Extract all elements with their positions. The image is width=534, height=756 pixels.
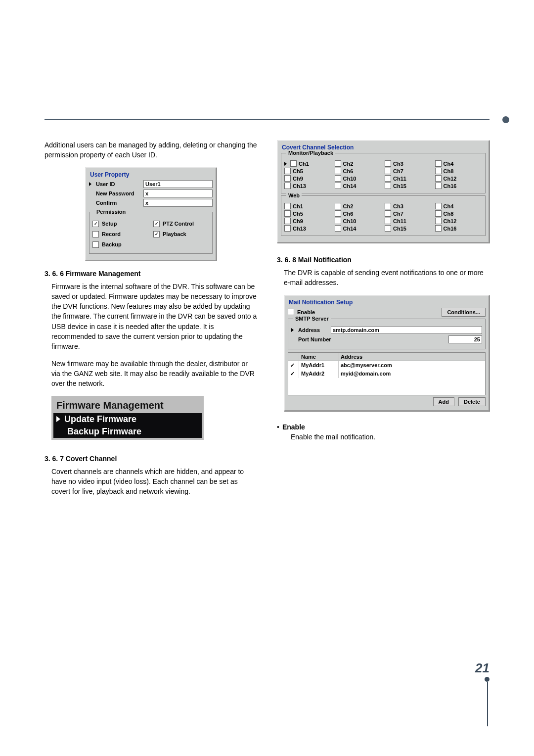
label-confirm: Confirm bbox=[96, 200, 140, 206]
lbl-ch: Ch15 bbox=[393, 226, 406, 232]
header-dot-icon bbox=[502, 116, 509, 123]
firmware-panel-title: Firmware Management bbox=[53, 398, 202, 413]
label-new-password: New Password bbox=[96, 190, 140, 196]
col-address: Address bbox=[339, 353, 485, 361]
cell-address: myid@domain.com bbox=[339, 370, 485, 378]
chk-playback[interactable] bbox=[153, 231, 160, 237]
lbl-ch: Ch5 bbox=[293, 211, 303, 217]
chk-mp-ch15[interactable] bbox=[385, 183, 391, 189]
chk-mp-ch7[interactable] bbox=[385, 168, 391, 174]
user-property-panel: User Property User ID User1 New Password… bbox=[85, 167, 217, 261]
menu-update-firmware[interactable]: Update Firmware bbox=[53, 413, 202, 425]
lbl-ch: Ch12 bbox=[444, 218, 457, 224]
lbl-ch: Ch11 bbox=[393, 176, 406, 182]
chk-ptz[interactable] bbox=[153, 221, 160, 227]
chk-mp-ch2[interactable] bbox=[335, 160, 341, 167]
label-address: Address bbox=[298, 327, 328, 333]
chk-web-ch9[interactable] bbox=[284, 218, 291, 224]
chk-web-ch7[interactable] bbox=[385, 210, 391, 217]
delete-button[interactable]: Delete bbox=[458, 397, 486, 406]
lbl-ch: Ch14 bbox=[343, 183, 356, 189]
chk-mp-ch16[interactable] bbox=[435, 183, 442, 189]
chk-web-ch13[interactable] bbox=[284, 225, 291, 232]
lbl-ch: Ch13 bbox=[293, 226, 306, 232]
lbl-ch: Ch16 bbox=[444, 226, 457, 232]
lbl-ch: Ch8 bbox=[444, 211, 454, 217]
input-confirm[interactable]: x bbox=[143, 199, 213, 207]
footer-line-icon bbox=[487, 682, 488, 726]
lbl-ch: Ch1 bbox=[299, 161, 309, 167]
lbl-ch: Ch11 bbox=[393, 218, 406, 224]
chk-record[interactable] bbox=[92, 231, 99, 237]
chk-web-ch5[interactable] bbox=[284, 210, 291, 217]
chk-mp-ch9[interactable] bbox=[284, 175, 291, 182]
input-port[interactable]: 25 bbox=[448, 335, 482, 343]
col-blank bbox=[288, 353, 299, 361]
label-user-id: User ID bbox=[96, 181, 140, 187]
chk-web-ch8[interactable] bbox=[435, 210, 442, 217]
chk-web-ch3[interactable] bbox=[385, 203, 391, 209]
chk-mp-ch13[interactable] bbox=[284, 183, 291, 189]
chk-backup[interactable] bbox=[92, 241, 99, 248]
chk-web-ch15[interactable] bbox=[385, 225, 391, 232]
mail-panel: Mail Notification Setup Enable Condition… bbox=[284, 295, 490, 411]
chk-web-ch14[interactable] bbox=[335, 225, 341, 232]
lbl-ch: Ch10 bbox=[343, 218, 356, 224]
col-name: Name bbox=[299, 353, 339, 361]
conditions-button[interactable]: Conditions... bbox=[442, 308, 486, 317]
chk-mp-ch1[interactable] bbox=[290, 160, 297, 167]
chk-web-ch11[interactable] bbox=[385, 218, 391, 224]
chk-web-ch1[interactable] bbox=[284, 203, 291, 209]
chk-web-ch10[interactable] bbox=[335, 218, 341, 224]
lbl-ch: Ch6 bbox=[343, 168, 354, 174]
firmware-panel: Firmware Management Update Firmware Back… bbox=[51, 396, 204, 440]
covert-paragraph: Covert channels are channels which are h… bbox=[51, 467, 257, 497]
chk-web-ch16[interactable] bbox=[435, 225, 442, 232]
chk-mp-ch14[interactable] bbox=[335, 183, 341, 189]
enable-paragraph: Enable the mail notification. bbox=[291, 432, 490, 442]
lbl-ch: Ch14 bbox=[343, 226, 356, 232]
mail-paragraph: The DVR is capable of sending event noti… bbox=[284, 268, 490, 288]
cell-name: MyAddr2 bbox=[299, 370, 339, 378]
lbl-ch: Ch7 bbox=[393, 168, 403, 174]
cell-check: ✓ bbox=[288, 370, 299, 378]
input-new-password[interactable]: x bbox=[143, 189, 213, 197]
legend-smtp: SMTP Server bbox=[293, 316, 331, 322]
chk-mp-ch10[interactable] bbox=[335, 175, 341, 182]
lbl-ch: Ch2 bbox=[343, 161, 354, 167]
chk-web-ch4[interactable] bbox=[435, 203, 442, 209]
page-number: 21 bbox=[475, 661, 490, 676]
user-property-title: User Property bbox=[90, 171, 213, 178]
chk-enable-mail[interactable] bbox=[288, 309, 294, 315]
chk-mp-ch4[interactable] bbox=[435, 160, 442, 167]
covert-channel-panel: Covert Channel Selection Monitor/Playbac… bbox=[277, 140, 490, 243]
chk-web-ch6[interactable] bbox=[335, 210, 341, 217]
mail-row[interactable]: ✓ MyAddr2 myid@domain.com bbox=[288, 370, 485, 378]
input-user-id[interactable]: User1 bbox=[143, 180, 213, 188]
heading-firmware: 3. 6. 6 Firmware Management bbox=[44, 270, 257, 278]
cell-name: MyAddr1 bbox=[299, 361, 339, 370]
perm-ptz: PTZ Control bbox=[163, 221, 194, 227]
add-button[interactable]: Add bbox=[433, 397, 454, 406]
lbl-ch: Ch1 bbox=[293, 203, 303, 209]
chk-mp-ch11[interactable] bbox=[385, 175, 391, 182]
mail-row[interactable]: ✓ MyAddr1 abc@myserver.com bbox=[288, 361, 485, 370]
backup-firmware-label: Backup Firmware bbox=[67, 426, 141, 437]
chk-mp-ch6[interactable] bbox=[335, 168, 341, 174]
cell-check: ✓ bbox=[288, 361, 299, 370]
chk-web-ch12[interactable] bbox=[435, 218, 442, 224]
chk-mp-ch8[interactable] bbox=[435, 168, 442, 174]
chk-mp-ch12[interactable] bbox=[435, 175, 442, 182]
chk-mp-ch5[interactable] bbox=[284, 168, 291, 174]
label-port: Port Number bbox=[298, 336, 343, 342]
caret-icon bbox=[89, 182, 91, 186]
chk-setup[interactable] bbox=[92, 221, 99, 227]
input-smtp-address[interactable]: smtp.domain.com bbox=[331, 326, 482, 334]
perm-record: Record bbox=[102, 231, 121, 237]
chk-web-ch2[interactable] bbox=[335, 203, 341, 209]
mail-panel-title: Mail Notification Setup bbox=[289, 299, 486, 306]
menu-backup-firmware[interactable]: Backup Firmware bbox=[53, 425, 202, 438]
intro-paragraph: Additional users can be managed by addin… bbox=[44, 140, 257, 160]
label-enable: Enable bbox=[297, 309, 315, 315]
chk-mp-ch3[interactable] bbox=[385, 160, 391, 167]
